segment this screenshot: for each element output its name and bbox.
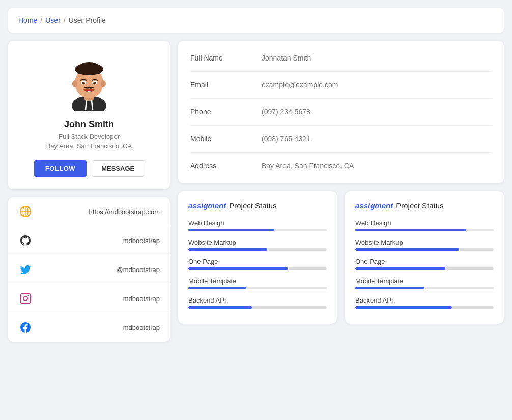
value-fullname: Johnatan Smith (262, 54, 311, 62)
social-row-twitter: @mdbootstrap (8, 255, 170, 284)
progress-bar-bg-2-1 (355, 248, 494, 251)
progress-bar-fill-2-2 (355, 267, 445, 270)
value-address: Bay Area, San Francisco, CA (262, 162, 354, 170)
label-email: Email (190, 81, 262, 89)
progress-bar-fill-2-3 (355, 287, 424, 289)
progress-label-1-2: One Page (188, 258, 327, 265)
profile-location: Bay Area, San Francisco, CA (46, 142, 132, 150)
progress-bar-fill-1-4 (188, 306, 252, 309)
message-button[interactable]: MESSAGE (92, 160, 144, 177)
progress-bar-bg-1-1 (188, 248, 327, 251)
profile-actions: FOLLOW MESSAGE (34, 160, 144, 177)
globe-icon (18, 204, 33, 219)
progress-item-2-0: Web Design (355, 219, 494, 231)
progress-bar-bg-1-3 (188, 287, 327, 289)
label-mobile: Mobile (190, 135, 262, 143)
progress-item-1-4: Backend API (188, 296, 327, 309)
progress-bar-bg-2-0 (355, 229, 494, 231)
progress-bar-bg-1-0 (188, 229, 327, 231)
info-row-address: Address Bay Area, San Francisco, CA (190, 153, 492, 179)
progress-item-1-3: Mobile Template (188, 277, 327, 289)
progress-bar-fill-2-4 (355, 306, 452, 309)
svg-point-9 (93, 82, 96, 85)
follow-button[interactable]: FOLLOW (34, 160, 87, 177)
progress-bar-bg-2-2 (355, 267, 494, 270)
social-card: https://mdbootstrap.com mdbootstrap (8, 197, 170, 342)
twitter-icon (18, 262, 33, 277)
progress-bar-fill-1-3 (188, 287, 246, 289)
breadcrumb-sep-1: / (40, 16, 42, 24)
right-column: Full Name Johnatan Smith Email example@e… (178, 41, 504, 324)
svg-point-19 (23, 296, 27, 301)
progress-bar-bg-1-4 (188, 306, 327, 309)
value-email: example@example.com (262, 81, 338, 89)
progress-label-1-3: Mobile Template (188, 277, 327, 285)
project-card-1-italic: assigment (188, 201, 226, 210)
info-row-phone: Phone (097) 234-5678 (190, 99, 492, 126)
svg-point-8 (82, 82, 85, 85)
breadcrumb-user[interactable]: User (45, 16, 61, 24)
label-address: Address (190, 162, 262, 170)
progress-bar-fill-1-2 (188, 267, 288, 270)
info-row-email: Email example@example.com (190, 72, 492, 99)
social-row-instagram: mdbootstrap (8, 284, 170, 313)
project-card-2-italic: assigment (355, 201, 393, 210)
progress-item-2-2: One Page (355, 258, 494, 270)
breadcrumb-current: User Profile (69, 16, 106, 24)
progress-bar-fill-2-0 (355, 229, 466, 231)
social-facebook-value: mdbootstrap (123, 324, 160, 332)
project-card-1-normal: Project Status (229, 201, 276, 210)
project-card-2: assigment Project Status Web Design Webs… (345, 191, 504, 324)
progress-item-1-0: Web Design (188, 219, 327, 231)
progress-bar-fill-1-0 (188, 229, 274, 231)
avatar (61, 55, 117, 111)
progress-label-2-4: Backend API (355, 296, 494, 304)
progress-label-1-0: Web Design (188, 219, 327, 227)
social-row-github: mdbootstrap (8, 226, 170, 255)
project-card-1-title: assigment Project Status (188, 201, 327, 210)
bottom-row: assigment Project Status Web Design Webs… (178, 191, 504, 324)
progress-label-2-3: Mobile Template (355, 277, 494, 285)
profile-title: Full Stack Developer (59, 133, 120, 140)
progress-label-2-2: One Page (355, 258, 494, 265)
progress-bar-bg-2-3 (355, 287, 494, 289)
main-layout: John Smith Full Stack Developer Bay Area… (8, 41, 504, 342)
info-row-fullname: Full Name Johnatan Smith (190, 45, 492, 72)
profile-name: John Smith (64, 119, 114, 130)
progress-item-2-1: Website Markup (355, 238, 494, 251)
left-column: John Smith Full Stack Developer Bay Area… (8, 41, 170, 342)
label-phone: Phone (190, 108, 262, 116)
progress-bar-bg-1-2 (188, 267, 327, 270)
project-card-2-title: assigment Project Status (355, 201, 494, 210)
info-card: Full Name Johnatan Smith Email example@e… (178, 41, 504, 183)
progress-bar-fill-1-1 (188, 248, 267, 251)
progress-item-2-3: Mobile Template (355, 277, 494, 289)
project-card-2-normal: Project Status (396, 201, 443, 210)
social-row-facebook: mdbootstrap (8, 313, 170, 342)
svg-point-11 (101, 80, 106, 87)
progress-label-2-1: Website Markup (355, 238, 494, 246)
progress-label-1-1: Website Markup (188, 238, 327, 246)
progress-bar-bg-2-4 (355, 306, 494, 309)
progress-item-2-4: Backend API (355, 296, 494, 309)
social-twitter-value: @mdbootstrap (117, 266, 160, 274)
social-instagram-value: mdbootstrap (123, 295, 160, 303)
facebook-icon (18, 320, 33, 335)
breadcrumb-home[interactable]: Home (18, 16, 37, 24)
svg-rect-18 (20, 293, 31, 304)
value-mobile: (098) 765-4321 (262, 135, 310, 143)
instagram-icon (18, 291, 33, 306)
social-github-value: mdbootstrap (123, 237, 160, 245)
breadcrumb-sep-2: / (64, 16, 66, 24)
info-row-mobile: Mobile (098) 765-4321 (190, 126, 492, 153)
project-card-1: assigment Project Status Web Design Webs… (178, 191, 337, 324)
label-fullname: Full Name (190, 54, 262, 62)
progress-bar-fill-2-1 (355, 248, 459, 251)
progress-item-1-2: One Page (188, 258, 327, 270)
value-phone: (097) 234-5678 (262, 108, 310, 116)
github-icon (18, 233, 33, 248)
progress-label-1-4: Backend API (188, 296, 327, 304)
breadcrumb: Home / User / User Profile (8, 8, 504, 33)
social-website-value: https://mdbootstrap.com (89, 208, 160, 216)
svg-point-20 (28, 295, 29, 296)
